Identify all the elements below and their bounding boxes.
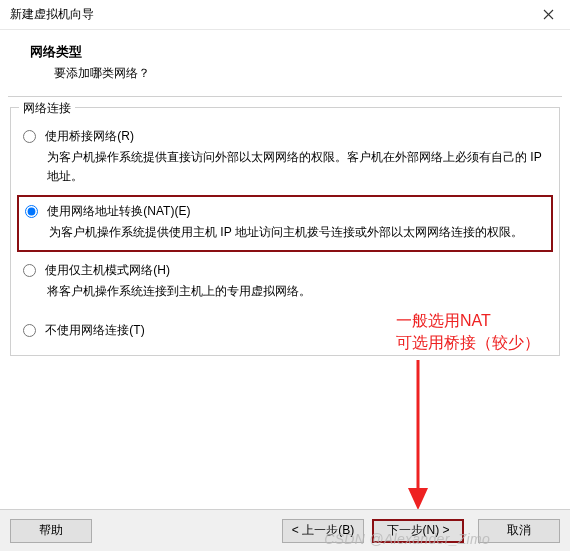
label-bridged[interactable]: 使用桥接网络(R) <box>45 129 134 143</box>
close-button[interactable] <box>532 1 564 29</box>
page-heading: 网络类型 <box>30 44 558 61</box>
help-button[interactable]: 帮助 <box>10 519 92 543</box>
close-icon <box>543 9 554 20</box>
wizard-header: 网络类型 要添加哪类网络？ <box>0 30 570 96</box>
label-nat[interactable]: 使用网络地址转换(NAT)(E) <box>47 204 190 218</box>
desc-bridged: 为客户机操作系统提供直接访问外部以太网网络的权限。客户机在外部网络上必须有自己的… <box>47 148 547 185</box>
label-hostonly[interactable]: 使用仅主机模式网络(H) <box>45 263 170 277</box>
next-button[interactable]: 下一步(N) > <box>372 519 464 543</box>
dialog-footer: 帮助 < 上一步(B) 下一步(N) > 取消 <box>0 509 570 551</box>
titlebar: 新建虚拟机向导 <box>0 0 570 30</box>
radio-nat[interactable] <box>25 205 38 218</box>
desc-nat: 为客户机操作系统提供使用主机 IP 地址访问主机拨号连接或外部以太网网络连接的权… <box>49 223 543 242</box>
option-none: 不使用网络连接(T) <box>23 322 547 339</box>
option-bridged: 使用桥接网络(R) 为客户机操作系统提供直接访问外部以太网网络的权限。客户机在外… <box>23 128 547 185</box>
dialog-title: 新建虚拟机向导 <box>10 6 94 23</box>
svg-marker-3 <box>408 488 428 510</box>
divider <box>8 96 562 97</box>
annotation-arrow-icon <box>404 360 432 510</box>
page-subheading: 要添加哪类网络？ <box>54 65 558 82</box>
label-none[interactable]: 不使用网络连接(T) <box>45 323 144 337</box>
radio-bridged[interactable] <box>23 130 36 143</box>
desc-hostonly: 将客户机操作系统连接到主机上的专用虚拟网络。 <box>47 282 547 301</box>
back-button[interactable]: < 上一步(B) <box>282 519 364 543</box>
radio-hostonly[interactable] <box>23 264 36 277</box>
cancel-button[interactable]: 取消 <box>478 519 560 543</box>
fieldset-legend: 网络连接 <box>19 100 75 117</box>
network-fieldset: 网络连接 使用桥接网络(R) 为客户机操作系统提供直接访问外部以太网网络的权限。… <box>10 107 560 356</box>
option-nat-highlight: 使用网络地址转换(NAT)(E) 为客户机操作系统提供使用主机 IP 地址访问主… <box>17 195 553 252</box>
radio-none[interactable] <box>23 324 36 337</box>
option-hostonly: 使用仅主机模式网络(H) 将客户机操作系统连接到主机上的专用虚拟网络。 <box>23 262 547 301</box>
